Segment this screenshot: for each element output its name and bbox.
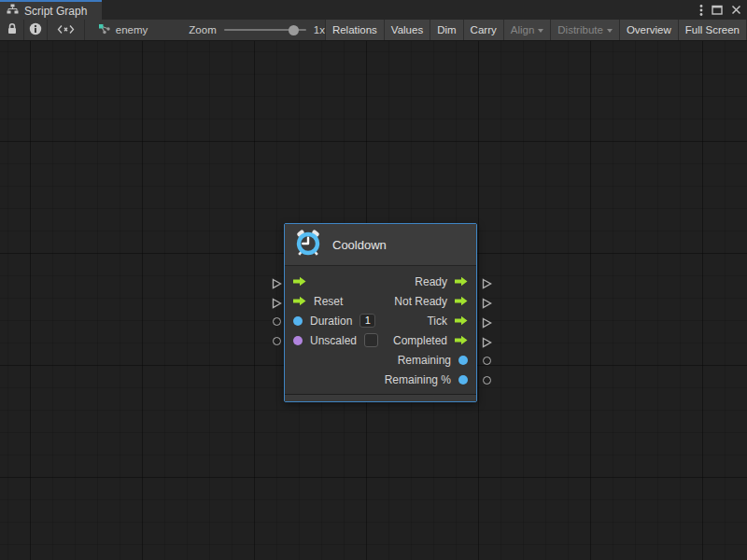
node-footer [285,394,476,401]
zoom-slider-track[interactable] [224,29,306,31]
flow-arrow-icon [455,296,468,306]
menu-dots-icon[interactable] [699,4,703,17]
info-icon [29,22,42,37]
code-brackets-icon [57,24,75,36]
port-connector-circle[interactable] [273,337,281,345]
port-connector-triangle[interactable] [482,315,492,332]
port-row: Unscaled Completed [285,330,476,350]
output-port-not-ready[interactable]: Not Ready [394,295,468,308]
chevron-down-icon [538,29,543,33]
port-connector-circle[interactable] [273,317,281,326]
output-port-tick[interactable]: Tick [427,315,468,328]
port-row: Remaining % [285,370,476,389]
carry-button[interactable]: Carry [463,20,503,40]
distribute-button: Distribute [550,20,619,40]
value-dot-icon [293,316,303,326]
flow-arrow-icon [293,276,306,287]
info-button[interactable] [23,20,47,40]
alarm-clock-icon [294,229,322,260]
input-port-unscaled[interactable]: Unscaled [293,333,378,347]
window-controls [699,0,741,20]
tab-bar: Script Graph [0,0,747,20]
port-connector-triangle[interactable] [272,276,282,293]
graph-toolbar: enemy Zoom 1x Relations Values Dim Carry… [0,20,747,41]
node-ports: Ready Reset Not Ready [285,266,476,394]
port-connector-circle[interactable] [483,376,491,385]
flow-arrow-icon [455,315,468,326]
value-dot-icon [458,356,468,365]
graph-breadcrumb-enemy[interactable]: enemy [98,20,148,40]
output-port-ready[interactable]: Ready [415,275,468,288]
lock-icon [6,22,19,37]
graph-canvas[interactable]: Cooldown Ready [0,41,747,560]
maximize-icon[interactable] [712,5,723,15]
align-button: Align [503,20,551,40]
lock-button[interactable] [0,20,23,40]
cooldown-node-area: Cooldown Ready [269,223,493,402]
zoom-control: Zoom 1x [189,20,325,40]
flow-arrow-icon [455,276,468,287]
duration-value-field[interactable]: 1 [359,314,375,328]
output-port-remaining[interactable]: Remaining [398,354,468,367]
breadcrumb-label: enemy [116,24,148,35]
port-row: Remaining [285,350,476,370]
overview-button[interactable]: Overview [619,20,678,40]
port-connector-triangle[interactable] [272,296,282,313]
value-dot-icon [458,375,468,385]
dim-button[interactable]: Dim [430,20,462,40]
script-graph-icon [7,4,19,18]
cooldown-node[interactable]: Cooldown Ready [284,223,477,402]
node-header[interactable]: Cooldown [285,224,476,266]
script-graph-window: Script Graph [0,0,747,560]
input-port-reset[interactable]: Reset [293,295,343,308]
port-connector-circle[interactable] [483,357,491,365]
graph-asset-icon [98,23,110,37]
tab-script-graph[interactable]: Script Graph [0,0,102,20]
flow-arrow-icon [455,335,468,345]
port-row: Reset Not Ready [285,291,476,311]
flow-arrow-icon [293,296,306,306]
output-port-completed[interactable]: Completed [393,334,468,347]
toolbar-buttons: Relations Values Dim Carry Align Distrib… [325,20,747,40]
zoom-label: Zoom [189,24,216,35]
unscaled-checkbox[interactable] [364,333,378,347]
input-port-duration[interactable]: Duration 1 [293,314,375,328]
node-title: Cooldown [332,238,387,252]
relations-button[interactable]: Relations [325,20,384,40]
zoom-value: 1x [314,24,325,35]
values-button[interactable]: Values [384,20,430,40]
tab-title: Script Graph [24,5,87,18]
port-row: Duration 1 Tick [285,311,476,330]
port-connector-triangle[interactable] [482,296,492,313]
input-port-invoke[interactable] [293,276,314,287]
port-connector-triangle[interactable] [482,276,492,293]
code-brackets-button[interactable] [48,20,84,40]
value-dot-icon [293,336,303,345]
zoom-slider-handle[interactable] [289,25,299,35]
port-connector-triangle[interactable] [482,335,492,352]
full-screen-button[interactable]: Full Screen [678,20,747,40]
close-icon[interactable] [731,5,741,15]
port-row: Ready [285,272,476,291]
chevron-down-icon [607,29,613,33]
output-port-remaining-percent[interactable]: Remaining % [385,373,468,386]
